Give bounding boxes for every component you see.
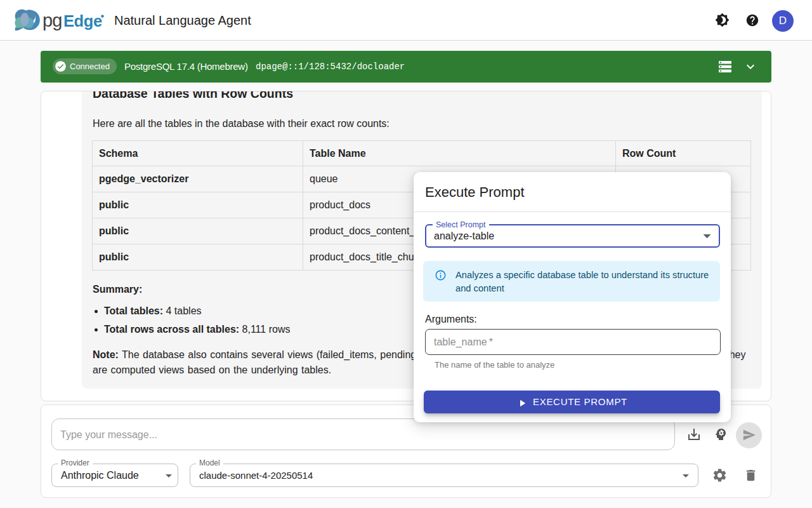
svg-text:pg: pg [43, 10, 62, 30]
svg-text:Edge: Edge [63, 12, 102, 30]
